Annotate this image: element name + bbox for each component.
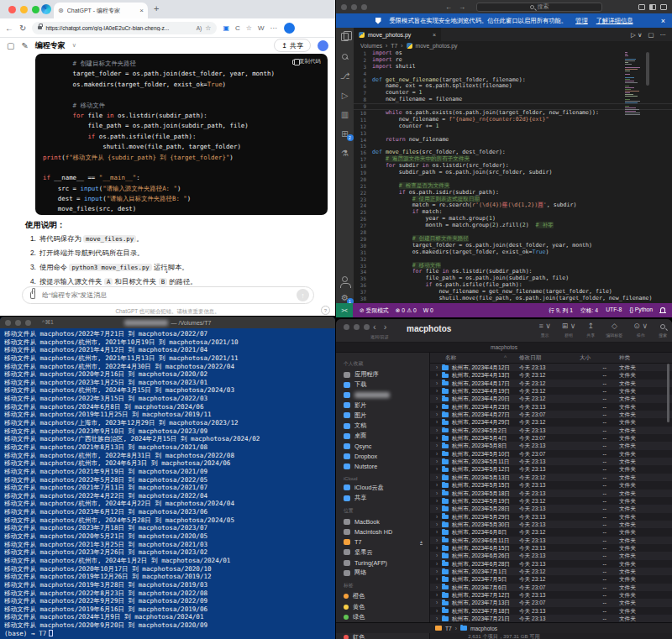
- tool-编辑标签[interactable]: ◇编辑标签: [606, 321, 622, 338]
- table-row[interactable]: ›杭州市, 2023年7月18日今天 23:13--文件夹: [430, 607, 672, 615]
- disclosure-icon[interactable]: ›: [436, 427, 438, 434]
- remote-explorer-icon[interactable]: ▥: [339, 108, 352, 120]
- table-row[interactable]: ›杭州市, 2023年7月1日今天 23:12--文件夹: [430, 568, 672, 575]
- split-screen-icon[interactable]: ▣: [223, 24, 229, 32]
- path-item-macphotos[interactable]: macphotos: [470, 626, 497, 631]
- disclosure-icon[interactable]: ›: [436, 395, 438, 402]
- disclosure-icon[interactable]: ›: [436, 465, 438, 473]
- split-editor-icon[interactable]: ▢: [648, 31, 654, 39]
- sidebar-item-黄色[interactable]: 黄色: [344, 602, 429, 612]
- send-button[interactable]: ↑: [297, 289, 309, 301]
- table-row[interactable]: ›杭州市, 2023年6月11日今天 23:13--文件夹: [430, 537, 672, 544]
- browser-tab[interactable]: ⊛ ChatGPT - 编程专家 ×: [54, 3, 148, 18]
- learn-more-link[interactable]: 了解详细信息: [596, 17, 633, 25]
- breadcrumb-item[interactable]: T7: [391, 43, 397, 49]
- more-actions-icon[interactable]: ⋯: [660, 31, 667, 39]
- back-icon[interactable]: ‹: [373, 322, 376, 332]
- minimap[interactable]: [625, 50, 642, 160]
- source-control-icon[interactable]: ⎇: [339, 70, 352, 81]
- sidebar-item-Dropbox[interactable]: Dropbox: [344, 452, 429, 462]
- table-row[interactable]: ›杭州市, 2023年6月28日今天 23:13--文件夹: [430, 560, 672, 568]
- minimize-window-button[interactable]: [15, 320, 21, 326]
- table-row[interactable]: ›杭州市, 2023年4月13日今天 23:12--文件夹: [430, 371, 672, 379]
- sidebar-item-MacBook[interactable]: MacBook: [344, 516, 429, 526]
- disclosure-icon[interactable]: ›: [436, 490, 438, 497]
- table-row[interactable]: ›杭州市, 2023年7月6日今天 23:07--文件夹: [430, 584, 672, 591]
- testing-icon[interactable]: ⚗: [339, 147, 352, 159]
- share-button[interactable]: ↥ 共享: [274, 39, 311, 52]
- back-button[interactable]: ←: [5, 24, 13, 33]
- table-row[interactable]: ›杭州市, 2023年4月20日今天 23:12--文件夹: [430, 395, 672, 402]
- disclosure-icon[interactable]: ›: [436, 450, 438, 458]
- browser-profile-avatar[interactable]: [284, 23, 295, 34]
- url-text[interactable]: https://chatgpt.com/g/g-IA0eE2uCr-bian-c…: [45, 25, 192, 31]
- gpt-title[interactable]: 编程专家: [35, 40, 66, 51]
- ports-status[interactable]: W 0: [423, 307, 433, 313]
- cursor-position[interactable]: 行 9, 列 1: [549, 306, 573, 315]
- table-row[interactable]: ›杭州市, 2023年7月12日今天 23:13--文件夹: [430, 591, 672, 599]
- favorites-icon[interactable]: ☆: [246, 24, 252, 32]
- disclosure-icon[interactable]: ›: [436, 521, 438, 528]
- editor-scrollbar[interactable]: [646, 52, 649, 86]
- tab-close-icon[interactable]: ×: [139, 7, 144, 14]
- table-row[interactable]: ›杭州市, 2023年6月26日今天 23:13--文件夹: [430, 552, 672, 559]
- table-row[interactable]: ›杭州市, 2023年5月15日今天 23:13--文件夹: [430, 481, 672, 489]
- table-row[interactable]: ›杭州市, 2023年7月21日今天 23:13--文件夹: [430, 615, 672, 622]
- run-debug-icon[interactable]: ▷: [339, 89, 352, 101]
- sidebar-item-网络[interactable]: 网络: [344, 568, 429, 578]
- disclosure-icon[interactable]: ›: [436, 434, 438, 442]
- attach-icon[interactable]: [30, 291, 35, 299]
- disclosure-icon[interactable]: ›: [436, 387, 438, 395]
- list-scrollbar[interactable]: [667, 364, 669, 422]
- minimize-window-button[interactable]: [351, 4, 357, 10]
- new-chat-icon[interactable]: ✎: [21, 41, 28, 50]
- zoom-window-button[interactable]: [25, 320, 31, 326]
- sidebar-item-文稿[interactable]: 文稿: [344, 421, 429, 431]
- disclosure-icon[interactable]: ›: [436, 474, 438, 481]
- copy-code-button[interactable]: 复制代码: [292, 58, 321, 65]
- copilot-icon[interactable]: C: [235, 24, 240, 32]
- table-row[interactable]: ›杭州市, 2023年7月5日今天 23:12--文件夹: [430, 575, 672, 583]
- sidebar-item-绿色[interactable]: 绿色: [344, 612, 429, 622]
- manage-link[interactable]: 管理: [575, 17, 588, 25]
- customize-layout-icon[interactable]: [660, 4, 667, 10]
- tool-显示[interactable]: ≡ ∨显示: [538, 321, 550, 338]
- table-row[interactable]: ›杭州市, 2023年6月15日今天 23:13--文件夹: [430, 544, 672, 552]
- zoom-window-button[interactable]: [364, 324, 370, 330]
- disclosure-icon[interactable]: ›: [436, 505, 438, 512]
- zoom-window-button[interactable]: [32, 6, 39, 13]
- table-row[interactable]: ›杭州市, 2023年4月27日今天 23:07--文件夹: [430, 411, 672, 418]
- favorite-star-icon[interactable]: ☆: [205, 24, 211, 32]
- wallet-icon[interactable]: W: [258, 24, 265, 32]
- disclosure-icon[interactable]: ›: [436, 560, 438, 568]
- finder-tab[interactable]: macphotos: [336, 343, 672, 353]
- sidebar-item-Qsync[interactable]: Qsync: [344, 441, 429, 451]
- table-row[interactable]: ›杭州市, 2023年5月30日今天 23:13--文件夹: [430, 521, 672, 528]
- disclosure-icon[interactable]: ›: [436, 497, 438, 505]
- table-row[interactable]: ›杭州市, 2023年4月12日今天 23:13--文件夹: [430, 364, 672, 371]
- table-row[interactable]: ›杭州市, 2023年5月28日今天 23:13--文件夹: [430, 505, 672, 512]
- disclosure-icon[interactable]: ›: [436, 568, 438, 575]
- sidebar-item-redacted[interactable]: [344, 390, 429, 400]
- column-size[interactable]: 大小: [580, 354, 591, 362]
- tool-群组[interactable]: ⊞ ∨群组: [562, 321, 576, 338]
- terminal-output[interactable]: 移动文件从 macphotos/2022年7月21日 到 macphotosa/…: [0, 328, 335, 639]
- address-bar[interactable]: https://chatgpt.com/g/g-IA0eE2uCr-bian-c…: [32, 22, 217, 34]
- close-window-button[interactable]: [5, 320, 11, 326]
- minimize-window-button[interactable]: [354, 324, 360, 330]
- disclosure-icon[interactable]: ›: [436, 528, 438, 536]
- table-row[interactable]: ›杭州市, 2023年5月10日今天 23:07--文件夹: [430, 450, 672, 458]
- sidebar-item-Macintosh HD[interactable]: Macintosh HD: [344, 526, 429, 537]
- close-window-button[interactable]: [8, 6, 16, 13]
- table-row[interactable]: ›杭州市, 2023年5月29日今天 23:13--文件夹: [430, 513, 672, 521]
- disclosure-icon[interactable]: ›: [436, 537, 438, 544]
- breadcrumb[interactable]: Volumes›T7›move_photos.py: [354, 41, 672, 50]
- encoding[interactable]: UTF-8: [606, 306, 622, 315]
- disclosure-icon[interactable]: ›: [436, 364, 438, 371]
- toggle-panel-icon[interactable]: [649, 4, 656, 10]
- table-row[interactable]: ›杭州市, 2023年5月8日今天 23:13--文件夹: [430, 442, 672, 449]
- settings-gear-icon[interactable]: ⚙1: [339, 291, 352, 303]
- table-row[interactable]: ›杭州市, 2023年4月19日今天 23:12--文件夹: [430, 387, 672, 395]
- reload-button[interactable]: ↻: [19, 24, 26, 33]
- search-icon[interactable]: [339, 50, 352, 62]
